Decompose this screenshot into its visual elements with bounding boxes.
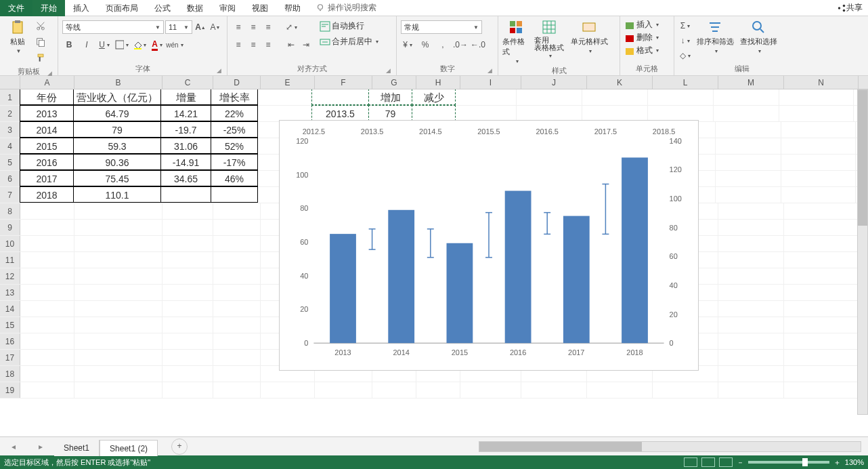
cell-C15[interactable] <box>162 317 213 333</box>
cell-N16[interactable] <box>784 333 859 349</box>
bold-button[interactable]: B <box>62 38 76 52</box>
border-button[interactable]: ▾ <box>115 38 129 52</box>
align-right-button[interactable]: ≡ <box>261 38 275 52</box>
sheet-tab-2[interactable]: Sheet1 (2) <box>100 440 158 456</box>
vertical-scrollbar[interactable] <box>857 89 868 415</box>
cell-C19[interactable] <box>162 382 213 398</box>
cell-K2[interactable] <box>582 106 648 121</box>
cell-A16[interactable] <box>20 333 74 349</box>
fill-color-button[interactable]: ▾ <box>133 38 146 52</box>
align-left-button[interactable]: ≡ <box>232 38 245 52</box>
cell-K19[interactable] <box>587 382 653 398</box>
cell-N6[interactable] <box>781 171 856 186</box>
cell-L1[interactable] <box>648 89 714 105</box>
cell-C4[interactable]: 31.06 <box>160 138 211 154</box>
cell-D2[interactable]: 22% <box>211 105 258 121</box>
col-header-B[interactable]: B <box>74 76 162 89</box>
zoom-slider[interactable] <box>748 461 829 464</box>
format-cells-button[interactable]: 格式▾ <box>624 45 659 56</box>
cell-D5[interactable]: -17% <box>211 154 258 170</box>
cell-N19[interactable] <box>784 382 859 398</box>
cell-B14[interactable] <box>74 301 162 317</box>
cell-I1[interactable] <box>456 89 517 105</box>
inc-decimal-button[interactable]: .0→ <box>454 38 467 52</box>
cell-N11[interactable] <box>784 252 859 268</box>
cell-D4[interactable]: 52% <box>211 138 258 154</box>
align-center-button[interactable]: ≡ <box>246 38 260 52</box>
cell-M13[interactable] <box>718 285 784 300</box>
shrink-font-button[interactable]: A▼ <box>209 20 222 34</box>
tab-view[interactable]: 视图 <box>244 0 276 16</box>
cell-D13[interactable] <box>213 285 261 300</box>
cell-C2[interactable]: 14.21 <box>160 105 211 121</box>
cell-B5[interactable]: 90.36 <box>73 154 161 170</box>
cell-D14[interactable] <box>213 301 261 317</box>
col-header-D[interactable]: D <box>213 76 261 89</box>
cell-D7[interactable] <box>211 186 258 203</box>
cell-H19[interactable] <box>416 382 460 398</box>
cell-A17[interactable] <box>20 350 74 365</box>
cell-F19[interactable] <box>315 382 372 398</box>
row-header-18[interactable]: 18 <box>0 366 20 382</box>
cell-F2[interactable]: 2013.5 <box>311 105 369 121</box>
orientation-button[interactable]: ⤢▾ <box>284 20 298 34</box>
col-header-C[interactable]: C <box>162 76 213 89</box>
cell-N10[interactable] <box>784 236 859 251</box>
view-pagebreak-button[interactable] <box>719 457 733 467</box>
cell-D6[interactable]: 46% <box>211 170 258 186</box>
cell-A4[interactable]: 2015 <box>20 138 74 154</box>
row-header-16[interactable]: 16 <box>0 333 20 349</box>
cell-N12[interactable] <box>784 268 859 284</box>
font-color-button[interactable]: A▾ <box>150 38 164 52</box>
italic-button[interactable]: I <box>80 38 93 52</box>
cell-N5[interactable] <box>781 155 856 170</box>
grow-font-button[interactable]: A▲ <box>194 20 207 34</box>
cell-M1[interactable] <box>714 89 779 105</box>
row-header-4[interactable]: 4 <box>0 138 20 154</box>
accounting-button[interactable]: ¥▾ <box>401 38 414 52</box>
cell-M8[interactable] <box>718 203 784 219</box>
cell-N18[interactable] <box>784 366 859 382</box>
tab-data[interactable]: 数据 <box>179 0 211 16</box>
cell-A3[interactable]: 2014 <box>20 121 74 138</box>
cell-J1[interactable] <box>517 89 582 105</box>
comma-button[interactable]: , <box>436 38 450 52</box>
font-name-combo[interactable]: 等线▼ <box>62 20 164 34</box>
row-header-8[interactable]: 8 <box>0 203 20 219</box>
percent-button[interactable]: % <box>418 38 432 52</box>
indent-dec-button[interactable]: ⇤ <box>284 38 298 52</box>
table-format-button[interactable]: 套用 表格格式▾ <box>532 18 566 59</box>
cell-E19[interactable] <box>261 382 315 398</box>
col-header-L[interactable]: L <box>653 76 718 89</box>
col-header-J[interactable]: J <box>521 76 587 89</box>
col-header-M[interactable]: M <box>718 76 784 89</box>
cell-D19[interactable] <box>213 382 261 398</box>
row-header-11[interactable]: 11 <box>0 252 20 268</box>
cell-J19[interactable] <box>521 382 587 398</box>
tab-review[interactable]: 审阅 <box>211 0 244 16</box>
row-header-14[interactable]: 14 <box>0 301 20 317</box>
cell-D3[interactable]: -25% <box>211 121 258 138</box>
cell-D9[interactable] <box>213 220 261 235</box>
cell-N8[interactable] <box>784 203 859 219</box>
cell-N2[interactable] <box>779 106 854 121</box>
cell-A18[interactable] <box>20 366 74 382</box>
tab-home[interactable]: 开始 <box>32 0 65 16</box>
cell-I2[interactable] <box>456 106 517 121</box>
indent-inc-button[interactable]: ⇥ <box>299 38 313 52</box>
cell-C9[interactable] <box>162 220 213 235</box>
col-header-K[interactable]: K <box>587 76 653 89</box>
clear-button[interactable]: ◇▾ <box>678 49 692 62</box>
cell-A5[interactable]: 2016 <box>20 154 74 170</box>
align-bottom-button[interactable]: ≡ <box>261 20 275 34</box>
cell-M7[interactable] <box>716 187 781 203</box>
cell-C18[interactable] <box>162 366 213 382</box>
cell-B7[interactable]: 110.1 <box>73 186 161 203</box>
cell-N15[interactable] <box>784 317 859 333</box>
cell-D12[interactable] <box>213 268 261 284</box>
cell-C10[interactable] <box>162 236 213 251</box>
cell-E2[interactable] <box>258 106 312 121</box>
cell-B6[interactable]: 75.45 <box>73 170 161 186</box>
row-header-17[interactable]: 17 <box>0 350 20 365</box>
cell-A10[interactable] <box>20 236 74 251</box>
